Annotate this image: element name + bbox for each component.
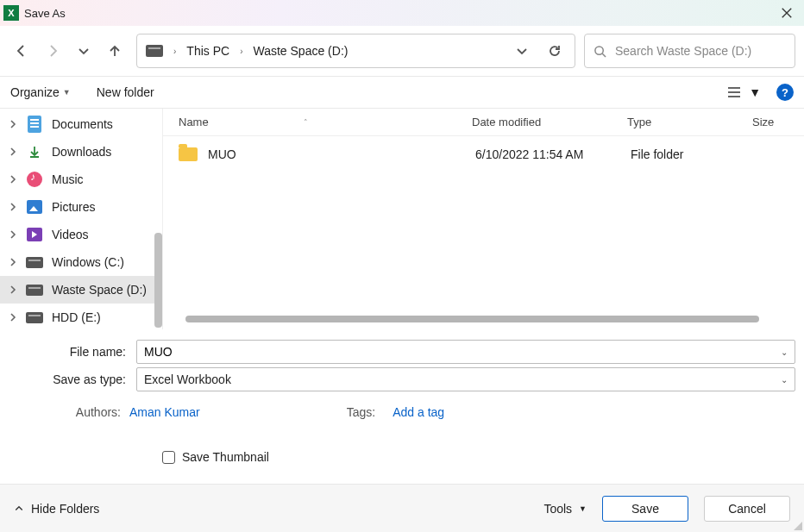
breadcrumb-separator-icon: › (173, 47, 176, 56)
sidebar-item-label: Downloads (52, 145, 111, 159)
sidebar-item[interactable]: Videos (0, 221, 162, 248)
save-thumbnail-label: Save Thumbnail (182, 450, 269, 464)
search-input[interactable] (615, 44, 786, 58)
new-folder-button[interactable]: New folder (97, 85, 154, 99)
tags-label: Tags: (347, 405, 384, 419)
save-thumbnail-checkbox[interactable] (162, 451, 175, 464)
file-date: 6/10/2022 11:54 AM (475, 147, 631, 161)
savetype-dropdown-icon[interactable]: ⌄ (781, 375, 788, 385)
expand-chevron-icon[interactable] (9, 285, 17, 294)
tools-button[interactable]: Tools ▼ (543, 502, 587, 516)
expand-chevron-icon[interactable] (9, 147, 17, 156)
column-header-type[interactable]: Type (612, 116, 737, 128)
sidebar-item-label: HDD (E:) (52, 310, 101, 324)
save-form: File name: ⌄ Save as type: Excel Workboo… (0, 329, 804, 476)
close-button[interactable] (776, 3, 797, 23)
back-button[interactable] (14, 43, 29, 59)
sidebar-item-label: Windows (C:) (52, 255, 124, 269)
sidebar-item[interactable]: Music (0, 166, 162, 193)
down-icon (26, 143, 43, 160)
view-options-button[interactable]: ▼ (726, 85, 761, 99)
navigation-row: › This PC › Waste Space (D:) (0, 26, 804, 76)
file-name: MUO (208, 147, 475, 161)
filename-input[interactable] (144, 345, 781, 359)
svg-point-0 (595, 46, 603, 53)
file-list-pane: Name˄ Date modified Type Size MUO 6/10/2… (162, 109, 804, 329)
sidebar-item-label: Videos (52, 228, 89, 241)
organize-button[interactable]: Organize▼ (10, 85, 71, 99)
column-header-date[interactable]: Date modified (456, 116, 612, 128)
chevron-down-icon: ▼ (749, 85, 761, 99)
help-button[interactable]: ? (776, 84, 794, 101)
expand-chevron-icon[interactable] (9, 258, 17, 266)
title-bar: Save As (0, 0, 804, 26)
sidebar-item-label: Waste Space (D:) (52, 283, 147, 297)
drive-icon (26, 253, 43, 271)
expand-chevron-icon[interactable] (9, 175, 17, 184)
pic-icon (26, 198, 43, 216)
chevron-down-icon: ▼ (579, 504, 587, 513)
chevron-down-icon: ▼ (63, 88, 71, 97)
sidebar-item[interactable]: HDD (E:) (0, 304, 162, 329)
sidebar-item-label: Documents (52, 117, 113, 131)
column-headers: Name˄ Date modified Type Size (163, 109, 804, 136)
file-row[interactable]: MUO 6/10/2022 11:54 AM File folder (163, 136, 804, 167)
sidebar-scrollbar[interactable] (154, 233, 162, 328)
column-header-size[interactable]: Size (737, 116, 804, 128)
resize-grip[interactable] (792, 520, 802, 530)
doc-icon (26, 116, 43, 133)
horizontal-scrollbar-thumb[interactable] (185, 316, 759, 322)
sidebar-item[interactable]: Documents (0, 110, 162, 138)
music-icon (26, 171, 43, 188)
address-dropdown-button[interactable] (514, 43, 530, 59)
horizontal-scrollbar-track[interactable] (173, 312, 794, 326)
excel-icon (3, 5, 19, 21)
vid-icon (26, 226, 43, 243)
chevron-up-icon (14, 504, 24, 514)
filename-field[interactable]: ⌄ (136, 340, 795, 364)
refresh-button[interactable] (547, 43, 562, 59)
address-bar[interactable]: › This PC › Waste Space (D:) (136, 34, 575, 68)
breadcrumb-this-pc[interactable]: This PC (183, 42, 233, 59)
sidebar-item[interactable]: Pictures (0, 193, 162, 221)
toolbar: Organize▼ New folder ▼ ? (0, 76, 804, 109)
savetype-label: Save as type: (9, 372, 129, 386)
drive-icon (26, 309, 43, 326)
footer: Hide Folders Tools ▼ Save Cancel (0, 484, 804, 532)
drive-icon (146, 45, 163, 57)
forward-button[interactable] (45, 43, 60, 59)
savetype-value: Excel Workbook (144, 372, 231, 386)
sidebar: Documents Downloads Music Pictures Video… (0, 109, 162, 329)
save-button[interactable]: Save (602, 496, 688, 522)
cancel-button[interactable]: Cancel (704, 496, 790, 522)
window-title: Save As (24, 7, 66, 20)
expand-chevron-icon[interactable] (9, 230, 17, 239)
drive-icon (26, 281, 43, 298)
up-button[interactable] (107, 43, 122, 59)
search-box[interactable] (584, 34, 795, 68)
sidebar-item[interactable]: Downloads (0, 138, 162, 166)
authors-label: Authors: (9, 405, 129, 419)
column-header-name[interactable]: Name˄ (163, 116, 456, 128)
hide-folders-button[interactable]: Hide Folders (14, 502, 99, 516)
breadcrumb-separator-icon: › (240, 47, 242, 56)
sidebar-item-label: Music (52, 172, 84, 186)
sort-ascending-icon: ˄ (304, 118, 308, 127)
expand-chevron-icon[interactable] (9, 313, 17, 322)
breadcrumb-drive[interactable]: Waste Space (D:) (249, 42, 351, 59)
savetype-field[interactable]: Excel Workbook ⌄ (136, 367, 795, 391)
sidebar-item[interactable]: Windows (C:) (0, 248, 162, 276)
file-type: File folder (631, 147, 760, 161)
sidebar-item[interactable]: Waste Space (D:) (0, 276, 162, 304)
search-icon (594, 45, 606, 58)
list-view-icon (726, 86, 742, 98)
recent-locations-button[interactable] (76, 43, 91, 59)
expand-chevron-icon[interactable] (9, 203, 17, 211)
tags-value[interactable]: Add a tag (393, 405, 444, 419)
filename-label: File name: (9, 345, 129, 359)
filename-dropdown-icon[interactable]: ⌄ (781, 347, 788, 357)
expand-chevron-icon[interactable] (9, 120, 17, 128)
folder-icon (179, 147, 198, 161)
authors-value[interactable]: Aman Kumar (129, 405, 200, 419)
sidebar-item-label: Pictures (52, 200, 96, 214)
